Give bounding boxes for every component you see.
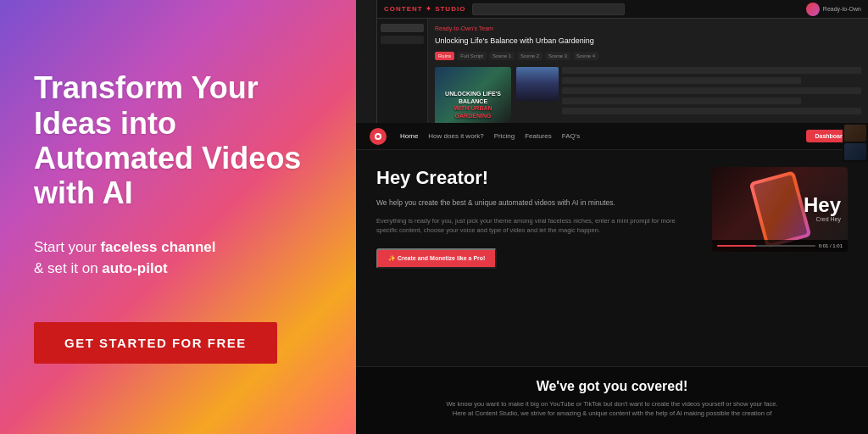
prop-field-2 <box>562 77 801 84</box>
tab-fullscript[interactable]: Full Script <box>457 52 487 60</box>
nav-faq[interactable]: FAQ's <box>562 132 581 140</box>
video-text-overlay: Hey Cred Hey <box>804 195 841 223</box>
studio-video-thumbnail: UNLOCKING LIFE'S BALANCE WITH URBAN GARD… <box>435 67 511 126</box>
nav-logo <box>370 128 387 145</box>
prop-field-1 <box>562 67 861 74</box>
side-thumb-1 <box>844 125 866 142</box>
video-controls: 0:01 / 1:01 <box>712 240 848 252</box>
website-nav: Home How does it work? Pricing Features … <box>356 123 868 150</box>
studio-logo: CONTENT ✦ STUDIO <box>384 5 465 13</box>
nav-home[interactable]: Home <box>400 132 418 140</box>
website-cta-button[interactable]: ✨ Create and Monetize like a Pro! <box>376 248 497 269</box>
studio-user-area: Ready-to-Own <box>806 3 861 16</box>
website-main-heading: Hey Creator! <box>376 167 692 189</box>
nav-items: Home How does it work? Pricing Features … <box>400 132 580 140</box>
video-creator-text: Cred Hey <box>804 215 841 223</box>
tab-scene3[interactable]: Scene 3 <box>545 52 570 60</box>
nav-pricing[interactable]: Pricing <box>494 132 515 140</box>
user-avatar <box>806 3 820 16</box>
studio-property-fields <box>562 67 861 126</box>
tab-scene2[interactable]: Scene 2 <box>517 52 542 60</box>
website-body-small: Everything is ready for you, just pick y… <box>376 216 692 236</box>
hero-subtitle: Start your faceless channel & set it on … <box>34 236 322 280</box>
website-body-text: We help you create the best & unique aut… <box>376 198 692 209</box>
tab-scene1[interactable]: Scene 1 <box>489 52 515 60</box>
studio-topbar: CONTENT ✦ STUDIO Ready-to-Own <box>377 0 868 19</box>
sidebar-dashboard[interactable] <box>381 24 424 32</box>
video-hey-text: Hey <box>804 195 841 215</box>
studio-video-overlay-text: UNLOCKING LIFE'S BALANCE WITH URBAN GARD… <box>438 91 508 120</box>
bottom-heading: We've got you covered! <box>376 379 848 394</box>
side-thumbnail-strip <box>843 123 868 162</box>
studio-scene-tabs: Ruins Full Script Scene 1 Scene 2 Scene … <box>435 52 861 60</box>
get-started-button[interactable]: GET STARTED FOR FREE <box>34 322 277 364</box>
studio-video-title: Unlocking Life's Balance with Urban Gard… <box>435 36 861 45</box>
side-thumb-2 <box>844 143 866 160</box>
tab-scene4[interactable]: Scene 4 <box>573 52 598 60</box>
prop-field-5 <box>562 108 861 114</box>
studio-city-thumbnail <box>516 67 559 101</box>
video-progress-bar[interactable] <box>717 245 815 247</box>
website-bottom-section: We've got you covered! We know you want … <box>356 366 868 434</box>
prop-field-4 <box>562 97 801 104</box>
sidebar-videos[interactable] <box>381 36 424 44</box>
nav-logo-inner <box>375 133 381 140</box>
video-progress-fill <box>717 245 756 247</box>
nav-features[interactable]: Features <box>525 132 552 140</box>
right-panel: CONTENT ✦ STUDIO Ready-to-Own Ready-to-O… <box>356 0 868 434</box>
website-video-player[interactable]: Hey Cred Hey 0:01 / 1:01 <box>712 167 848 252</box>
hero-headline: Transform Your Ideas into Automated Vide… <box>34 70 322 211</box>
video-phone-mockup <box>748 170 811 248</box>
studio-breadcrumb: Ready-to-Own's Team <box>435 25 861 31</box>
studio-search[interactable] <box>472 3 625 15</box>
nav-how[interactable]: How does it work? <box>428 132 483 140</box>
main-website-screenshot: Home How does it work? Pricing Features … <box>356 123 868 434</box>
left-panel: Transform Your Ideas into Automated Vide… <box>0 0 356 434</box>
bottom-text: We know you want to make it big on YouTu… <box>400 399 824 419</box>
user-name: Ready-to-Own <box>823 6 861 12</box>
studio-properties-panel <box>516 67 861 126</box>
prop-field-3 <box>562 87 861 94</box>
tab-ruins[interactable]: Ruins <box>435 52 454 60</box>
video-content: Hey Cred Hey <box>712 167 848 252</box>
studio-editor: UNLOCKING LIFE'S BALANCE WITH URBAN GARD… <box>435 67 861 126</box>
video-time: 0:01 / 1:01 <box>819 243 843 248</box>
